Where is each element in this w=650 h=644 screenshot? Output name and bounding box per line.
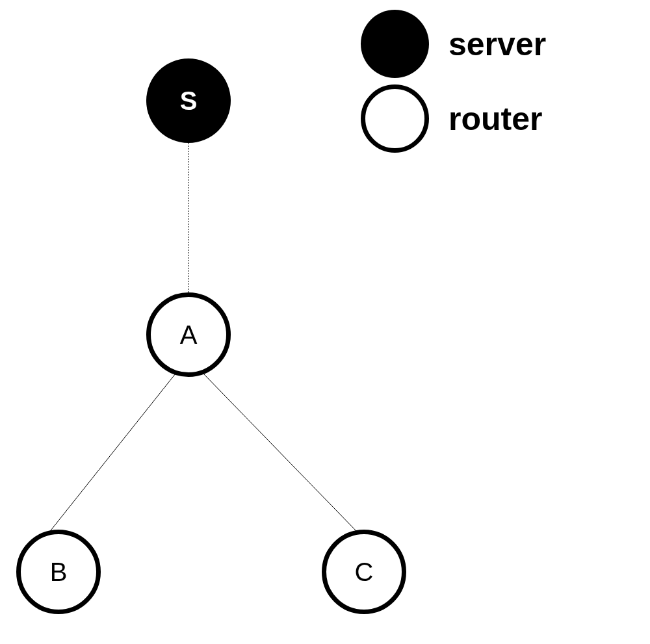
diagram-edges [0, 0, 650, 644]
legend-item-server: server [361, 10, 546, 78]
legend: server router [361, 10, 546, 159]
legend-label-server: server [448, 25, 546, 63]
node-s: S [146, 58, 231, 143]
router-icon [361, 84, 429, 153]
node-s-label: S [180, 86, 198, 116]
legend-item-router: router [361, 84, 546, 153]
edge-a-b [49, 374, 176, 533]
server-icon [361, 10, 429, 78]
node-c: C [322, 530, 406, 614]
node-c-label: C [355, 558, 374, 587]
node-a: A [146, 292, 231, 377]
edge-a-c [203, 374, 356, 531]
node-b-label: B [50, 558, 68, 587]
node-b: B [16, 530, 101, 614]
node-a-label: A [180, 320, 198, 350]
legend-label-router: router [448, 100, 542, 138]
